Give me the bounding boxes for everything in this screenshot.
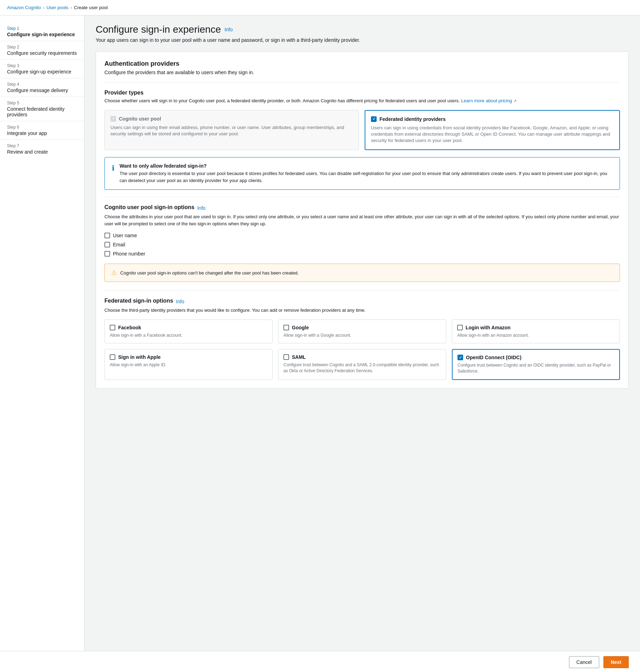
sidebar-step-4-label: Step 4 <box>7 82 77 87</box>
sidebar-step-1[interactable]: Step 1 Configure sign-in experience <box>0 22 84 41</box>
federated-oidc[interactable]: OpenID Connect (OIDC) Configure trust be… <box>452 349 620 380</box>
sidebar-step-1-title: Configure sign-in experience <box>7 32 77 37</box>
facebook-desc: Allow sign-in with a Facebook account. <box>110 332 267 338</box>
authentication-providers-card: Authentication providers Configure the p… <box>96 51 629 389</box>
federated-signin-info-link[interactable]: Info <box>176 299 184 304</box>
provider-types-title: Provider types <box>104 90 620 96</box>
cognito-signin-options-list: User name Email Phone number <box>104 233 620 257</box>
cognito-desc: Users can sign in using their email addr… <box>110 124 353 137</box>
federated-title: Federated identity providers <box>379 116 446 122</box>
sidebar-step-6[interactable]: Step 6 Integrate your app <box>0 121 84 140</box>
sidebar-step-1-label: Step 1 <box>7 26 77 31</box>
email-label: Email <box>113 242 125 247</box>
cognito-title: Cognito user pool <box>119 116 161 122</box>
cognito-signin-title: Cognito user pool sign-in options <box>104 204 194 211</box>
info-box-text: The user pool directory is essential to … <box>120 170 613 184</box>
page-info-link[interactable]: Info <box>224 27 232 32</box>
checkbox-row-email[interactable]: Email <box>104 242 620 247</box>
sidebar-step-5-title: Connect federated identity providers <box>7 106 77 117</box>
sidebar-step-4-title: Configure message delivery <box>7 88 77 93</box>
google-title: Google <box>292 325 309 330</box>
breadcrumb: Amazon Cognito › User pools › Create use… <box>0 0 640 15</box>
sidebar-step-5[interactable]: Step 5 Connect federated identity provid… <box>0 97 84 121</box>
federated-amazon[interactable]: Login with Amazon Allow sign-in with an … <box>452 319 620 344</box>
oidc-checkbox <box>457 355 463 360</box>
amazon-checkbox <box>457 325 463 330</box>
provider-type-cognito[interactable]: Cognito user pool Users can sign in usin… <box>104 110 359 150</box>
sidebar-step-3-label: Step 3 <box>7 63 77 68</box>
checkbox-row-username[interactable]: User name <box>104 233 620 238</box>
main-content: Configure sign-in experience Info Your a… <box>84 15 640 651</box>
info-box-title: Want to only allow federated sign-in? <box>120 163 613 169</box>
federated-signin-description: Choose the third-party identity provider… <box>104 307 620 314</box>
sidebar-step-7[interactable]: Step 7 Review and create <box>0 140 84 158</box>
federated-providers-grid: Facebook Allow sign-in with a Facebook a… <box>104 319 620 380</box>
oidc-desc: Configure trust between Cognito and an O… <box>457 362 614 374</box>
info-circle-icon: ℹ <box>112 164 115 184</box>
breadcrumb-separator-1: › <box>43 5 44 10</box>
cancel-button[interactable]: Cancel <box>569 656 599 668</box>
cognito-checkbox <box>110 116 116 122</box>
provider-types-row: Cognito user pool Users can sign in usin… <box>104 110 620 150</box>
warning-text: Cognito user pool sign-in options can't … <box>120 270 299 276</box>
sidebar-step-6-title: Integrate your app <box>7 130 77 136</box>
email-checkbox <box>104 242 110 247</box>
card-title: Authentication providers <box>104 60 620 67</box>
provider-types-description: Choose whether users will sign in to you… <box>104 97 620 104</box>
oidc-title: OpenID Connect (OIDC) <box>466 355 521 360</box>
federated-apple[interactable]: Sign in with Apple Allow sign-in with an… <box>104 349 273 380</box>
phone-checkbox <box>104 251 110 257</box>
learn-more-link[interactable]: Learn more about pricing ↗ <box>461 98 516 103</box>
federated-signin-title: Federated sign-in options <box>104 298 173 304</box>
sidebar-step-5-label: Step 5 <box>7 101 77 105</box>
saml-title: SAML <box>292 354 306 360</box>
breadcrumb-current: Create user pool <box>74 5 108 10</box>
federated-checkbox <box>371 116 377 122</box>
federated-facebook[interactable]: Facebook Allow sign-in with a Facebook a… <box>104 319 273 344</box>
amazon-title: Login with Amazon <box>466 325 511 330</box>
google-desc: Allow sign-in with a Google account. <box>283 332 441 338</box>
sidebar-step-7-title: Review and create <box>7 149 77 155</box>
username-label: User name <box>113 233 137 238</box>
page-header: Configure sign-in experience Info <box>96 24 629 35</box>
sidebar-step-2[interactable]: Step 2 Configure security requirements <box>0 41 84 60</box>
next-button[interactable]: Next <box>603 656 629 668</box>
cognito-signin-description: Choose the attributes in your user pool … <box>104 213 620 227</box>
amazon-desc: Allow sign-in with an Amazon account. <box>457 332 615 338</box>
sidebar: Step 1 Configure sign-in experience Step… <box>0 15 84 651</box>
sidebar-step-2-title: Configure security requirements <box>7 50 77 56</box>
page-title: Configure sign-in experience <box>96 24 221 35</box>
federated-google[interactable]: Google Allow sign-in with a Google accou… <box>278 319 446 344</box>
sidebar-step-2-label: Step 2 <box>7 45 77 50</box>
warning-icon: ⚠ <box>111 269 117 277</box>
federated-saml[interactable]: SAML Configure trust between Cognito and… <box>278 349 446 380</box>
cognito-signin-info-link[interactable]: Info <box>197 205 205 211</box>
saml-desc: Configure trust between Cognito and a SA… <box>283 362 441 374</box>
breadcrumb-amazon-cognito[interactable]: Amazon Cognito <box>7 5 41 10</box>
card-description: Configure the providers that are availab… <box>104 70 620 75</box>
sidebar-step-3[interactable]: Step 3 Configure sign-up experience <box>0 60 84 78</box>
sidebar-step-4[interactable]: Step 4 Configure message delivery <box>0 78 84 97</box>
breadcrumb-separator-2: › <box>70 5 72 10</box>
sidebar-step-6-label: Step 6 <box>7 125 77 130</box>
federated-desc: Users can sign in using credentials from… <box>371 125 614 144</box>
breadcrumb-user-pools[interactable]: User pools <box>46 5 68 10</box>
username-checkbox <box>104 233 110 238</box>
phone-label: Phone number <box>113 251 145 257</box>
cognito-signin-section-header: Cognito user pool sign-in options Info <box>104 204 620 212</box>
provider-type-federated[interactable]: Federated identity providers Users can s… <box>365 110 620 150</box>
sidebar-step-7-label: Step 7 <box>7 143 77 148</box>
warning-box: ⚠ Cognito user pool sign-in options can'… <box>104 264 620 282</box>
page-subtitle: Your app users can sign in to your user … <box>96 37 629 43</box>
info-box: ℹ Want to only allow federated sign-in? … <box>104 157 620 190</box>
sidebar-step-3-title: Configure sign-up experience <box>7 69 77 75</box>
facebook-checkbox <box>110 325 115 330</box>
footer: Cancel Next <box>0 651 640 672</box>
google-checkbox <box>283 325 289 330</box>
saml-checkbox <box>283 354 289 360</box>
apple-title: Sign in with Apple <box>118 354 161 360</box>
apple-desc: Allow sign-in with an Apple ID. <box>110 362 267 368</box>
facebook-title: Facebook <box>118 325 141 330</box>
checkbox-row-phone[interactable]: Phone number <box>104 251 620 257</box>
federated-signin-section-header: Federated sign-in options Info <box>104 298 620 305</box>
